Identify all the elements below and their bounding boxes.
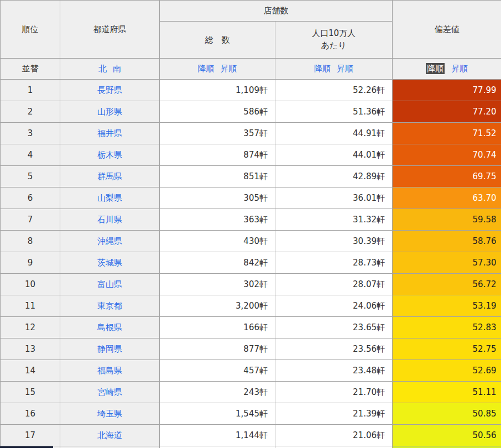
sort-total-cell: 降順 昇順 (160, 59, 275, 80)
rank-value: 11 (1, 295, 60, 317)
total-stores-value: 842軒 (160, 252, 275, 274)
sort-total-asc-link[interactable]: 昇順 (220, 64, 237, 74)
per-capita-value: 30.39軒 (275, 231, 393, 252)
sort-deviation-desc-link-selected[interactable]: 降順 (426, 63, 445, 74)
prefecture-link[interactable]: 長野県 (97, 85, 122, 95)
total-stores-value: 302軒 (160, 274, 275, 295)
per-capita-value: 31.32軒 (275, 209, 393, 231)
table-row: 18 大分県 232軒 19.69軒 49.35 (1, 446, 501, 448)
prefecture-link[interactable]: 北海道 (97, 430, 122, 440)
prefecture-cell: 埼玉県 (60, 403, 160, 425)
deviation-cell: 56.72 (393, 274, 501, 295)
rank-value: 5 (1, 166, 60, 187)
total-stores-value: 877軒 (160, 338, 275, 360)
prefecture-link[interactable]: 石川県 (97, 215, 122, 225)
sort-deviation-asc-link[interactable]: 昇順 (451, 64, 468, 74)
rank-value: 15 (1, 382, 60, 403)
total-stores-value: 3,200軒 (160, 295, 275, 317)
prefecture-link[interactable]: 宮崎県 (97, 387, 122, 397)
table-row: 10 富山県 302軒 28.07軒 56.72 (1, 274, 501, 295)
prefecture-cell: 栃木県 (60, 144, 160, 166)
prefecture-cell: 石川県 (60, 209, 160, 231)
header-deviation: 偏差値 (393, 1, 501, 59)
prefecture-link[interactable]: 山梨県 (97, 193, 122, 203)
prefecture-link[interactable]: 埼玉県 (97, 409, 122, 419)
prefecture-link[interactable]: 群馬県 (97, 171, 122, 181)
deviation-cell: 59.58 (393, 209, 501, 231)
prefecture-cell: 北海道 (60, 425, 160, 446)
header-rank: 順位 (1, 1, 60, 59)
total-stores-value: 874軒 (160, 144, 275, 166)
per-capita-value: 52.26軒 (275, 80, 393, 101)
deviation-cell: 50.85 (393, 403, 501, 425)
deviation-cell: 69.75 (393, 166, 501, 187)
prefecture-cell: 東京都 (60, 295, 160, 317)
prefecture-cell: 富山県 (60, 274, 160, 295)
prefecture-cell: 島根県 (60, 317, 160, 338)
total-stores-value: 586軒 (160, 101, 275, 123)
table-row: 9 茨城県 842軒 28.73軒 57.30 (1, 252, 501, 274)
prefecture-link[interactable]: 茨城県 (97, 258, 122, 268)
sort-north-link[interactable]: 北 (98, 64, 107, 74)
prefecture-link[interactable]: 福井県 (97, 128, 122, 138)
table-row: 2 山形県 586軒 51.36軒 77.20 (1, 101, 501, 123)
per-capita-value: 21.39軒 (275, 403, 393, 425)
table-row: 15 宮崎県 243軒 21.70軒 51.11 (1, 382, 501, 403)
prefecture-link[interactable]: 山形県 (97, 107, 122, 117)
rank-value: 2 (1, 101, 60, 123)
total-stores-value: 851軒 (160, 166, 275, 187)
rank-value: 3 (1, 123, 60, 144)
total-stores-value: 305軒 (160, 187, 275, 209)
table-row: 1 長野県 1,109軒 52.26軒 77.99 (1, 80, 501, 101)
table-row: 7 石川県 363軒 31.32軒 59.58 (1, 209, 501, 231)
prefecture-cell: 山梨県 (60, 187, 160, 209)
prefecture-cell: 静岡県 (60, 338, 160, 360)
per-capita-value: 44.91軒 (275, 123, 393, 144)
prefecture-link[interactable]: 島根県 (97, 322, 122, 332)
rank-value: 12 (1, 317, 60, 338)
prefecture-cell: 群馬県 (60, 166, 160, 187)
rank-value: 1 (1, 80, 60, 101)
per-capita-value: 23.56軒 (275, 338, 393, 360)
deviation-cell: 50.56 (393, 425, 501, 446)
table-row: 4 栃木県 874軒 44.01軒 70.74 (1, 144, 501, 166)
rank-value: 17 (1, 425, 60, 446)
sort-deviation-cell: 降順 昇順 (393, 59, 501, 80)
per-capita-value: 36.01軒 (275, 187, 393, 209)
table-row: 12 島根県 166軒 23.65軒 52.83 (1, 317, 501, 338)
table-row: 8 沖縄県 430軒 30.39軒 58.76 (1, 231, 501, 252)
per-capita-value: 23.65軒 (275, 317, 393, 338)
header-per-capita-line2: あたり (275, 40, 392, 52)
sort-south-link[interactable]: 南 (113, 64, 121, 74)
rank-value: 7 (1, 209, 60, 231)
deviation-cell: 71.52 (393, 123, 501, 144)
rank-value: 9 (1, 252, 60, 274)
rank-value: 6 (1, 187, 60, 209)
prefecture-link[interactable]: 東京都 (97, 301, 122, 311)
table-body: 1 長野県 1,109軒 52.26軒 77.99 2 山形県 586軒 51.… (1, 80, 501, 448)
sort-per-capita-desc-link[interactable]: 降順 (314, 64, 331, 74)
sort-total-desc-link[interactable]: 降順 (198, 64, 215, 74)
total-stores-value: 1,109軒 (160, 80, 275, 101)
per-capita-value: 28.73軒 (275, 252, 393, 274)
sort-label: 並替 (1, 59, 60, 80)
prefecture-link[interactable]: 静岡県 (97, 344, 122, 354)
prefecture-cell: 長野県 (60, 80, 160, 101)
prefecture-link[interactable]: 栃木県 (97, 150, 122, 160)
rank-value: 8 (1, 231, 60, 252)
table-row: 17 北海道 1,144軒 21.06軒 50.56 (1, 425, 501, 446)
prefecture-link[interactable]: 沖縄県 (97, 236, 122, 246)
total-stores-value: 1,545軒 (160, 403, 275, 425)
total-stores-value: 243軒 (160, 382, 275, 403)
header-total: 総 数 (160, 22, 275, 59)
prefecture-cell: 福島県 (60, 360, 160, 382)
per-capita-value: 23.48軒 (275, 360, 393, 382)
per-capita-value: 21.70軒 (275, 382, 393, 403)
per-capita-value: 19.69軒 (275, 446, 393, 448)
prefecture-link[interactable]: 富山県 (97, 279, 122, 289)
prefecture-link[interactable]: 福島県 (97, 366, 122, 376)
table-row: 5 群馬県 851軒 42.89軒 69.75 (1, 166, 501, 187)
sort-per-capita-asc-link[interactable]: 昇順 (337, 64, 353, 74)
table-row: 13 静岡県 877軒 23.56軒 52.75 (1, 338, 501, 360)
sort-prefecture-cell: 北 南 (60, 59, 160, 80)
